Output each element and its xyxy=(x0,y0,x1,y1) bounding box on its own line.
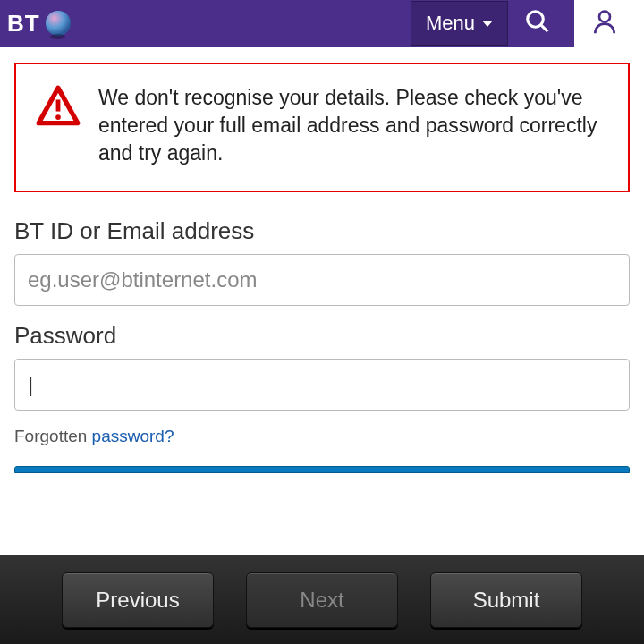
logo-text: BT xyxy=(7,10,40,38)
keyboard-toolbar: Previous Next Submit xyxy=(0,555,644,644)
search-icon[interactable] xyxy=(524,8,551,38)
error-banner: We don't recognise your details. Please … xyxy=(14,63,630,192)
next-button: Next xyxy=(246,572,398,628)
submit-button[interactable]: Submit xyxy=(430,572,582,628)
person-icon[interactable] xyxy=(590,7,619,39)
id-label: BT ID or Email address xyxy=(14,217,630,245)
svg-line-1 xyxy=(541,25,547,31)
app-header: BT Menu xyxy=(0,0,574,47)
password-label: Password xyxy=(14,322,630,350)
svg-point-4 xyxy=(55,114,61,120)
menu-label: Menu xyxy=(426,12,475,35)
menu-button[interactable]: Menu xyxy=(411,1,508,46)
password-input[interactable] xyxy=(14,359,630,411)
svg-point-0 xyxy=(528,12,544,28)
forgotten-prefix: Forgotten xyxy=(14,427,92,445)
forgotten-password-link[interactable]: password? xyxy=(92,427,174,445)
warning-icon xyxy=(34,84,82,131)
btid-input[interactable] xyxy=(14,254,630,306)
submit-bar-top[interactable] xyxy=(14,466,630,473)
main-content: We don't recognise your details. Please … xyxy=(0,47,644,489)
error-message: We don't recognise your details. Please … xyxy=(98,84,610,167)
chevron-down-icon xyxy=(482,21,493,27)
forgotten-text: Forgotten password? xyxy=(14,427,630,446)
logo-globe-icon xyxy=(46,11,71,36)
bt-logo: BT xyxy=(7,10,71,38)
previous-button[interactable]: Previous xyxy=(62,572,214,628)
svg-point-2 xyxy=(599,12,610,22)
